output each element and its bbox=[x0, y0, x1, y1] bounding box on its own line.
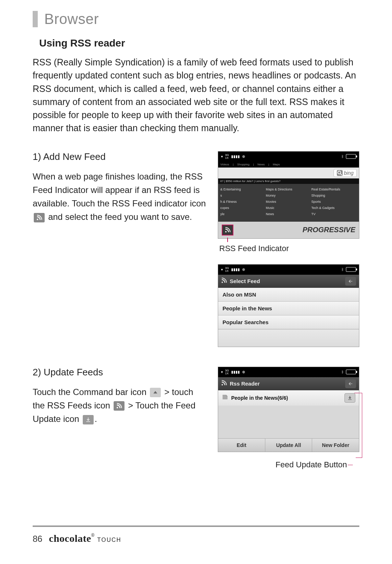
bluetooth-icon: ᛒ bbox=[342, 370, 344, 374]
search-icon bbox=[337, 170, 343, 176]
callout-line bbox=[356, 458, 362, 458]
update-all-button[interactable]: Update All bbox=[265, 439, 313, 452]
section-title: Browser bbox=[44, 11, 359, 27]
subsection-title: Using RSS reader bbox=[39, 37, 359, 49]
callout-line bbox=[354, 393, 362, 393]
cat-link[interactable]: Sports bbox=[311, 200, 357, 204]
back-button[interactable] bbox=[345, 379, 356, 388]
cat-link[interactable]: News bbox=[266, 212, 311, 216]
svg-rect-7 bbox=[348, 399, 351, 400]
download-icon bbox=[83, 415, 94, 424]
edit-button[interactable]: Edit bbox=[218, 439, 265, 452]
cat-link[interactable]: copes bbox=[220, 206, 266, 210]
list-item[interactable]: Popular Searches bbox=[218, 315, 359, 329]
svg-line-2 bbox=[340, 174, 342, 175]
news-ticker: it? | $550 million for Jets? | Leno's fi… bbox=[218, 178, 359, 184]
network-icon: 3G1X bbox=[225, 267, 229, 273]
list-item[interactable]: Also on MSN bbox=[218, 288, 359, 302]
status-bar: ▾ 3G1X ▮▮▮▮ ⊕ ᛒ bbox=[218, 265, 359, 275]
step2-text-a: Touch the Command bar icon bbox=[33, 387, 147, 397]
svg-point-6 bbox=[221, 384, 223, 386]
cat-link[interactable]: yle bbox=[220, 212, 266, 216]
cat-link[interactable]: Real Estate/Rentals bbox=[311, 188, 357, 191]
tab-maps[interactable]: Maps bbox=[273, 163, 280, 166]
signal-icon: ▾ bbox=[221, 267, 223, 271]
brand: chocolate® TOUCH bbox=[49, 533, 122, 544]
cat-link[interactable]: TV bbox=[311, 212, 357, 216]
feed-list: Also on MSN People in the News Popular S… bbox=[218, 288, 359, 347]
reader-bottom-bar: Edit Update All New Folder bbox=[218, 438, 359, 452]
screenshot-rss-reader: ▾ 3G1X ▮▮▮▮ ⊕ ᛒ Rss Reader bbox=[218, 367, 359, 452]
bars-icon: ▮▮▮▮ bbox=[231, 267, 240, 271]
cat-link[interactable]: Movies bbox=[266, 200, 311, 204]
select-feed-title: Select Feed bbox=[230, 278, 260, 284]
browser-bottom-bar: PROGRESSIVE bbox=[218, 222, 359, 238]
command-bar-icon bbox=[150, 388, 161, 397]
bars-icon: ▮▮▮▮ bbox=[231, 370, 240, 374]
status-bar: ▾ 3G1X ▮▮▮▮ ⊕ ᛒ bbox=[218, 152, 359, 162]
feed-update-callout: Feed Update Button bbox=[218, 460, 359, 470]
brand-main: chocolate bbox=[49, 533, 91, 544]
page-number: 86 bbox=[33, 534, 42, 544]
page-footer: 86 chocolate® TOUCH bbox=[33, 525, 359, 544]
registered-icon: ® bbox=[91, 533, 94, 538]
feed-item-label: People in the News(6/6) bbox=[231, 395, 288, 401]
category-grid: & Entertaining s h & Fitness copes yle M… bbox=[218, 184, 359, 222]
step2-title: 2) Update Feeds bbox=[33, 367, 207, 378]
rss-reader-titlebar: Rss Reader bbox=[218, 377, 359, 390]
rss-feed-indicator[interactable] bbox=[222, 225, 233, 235]
svg-point-0 bbox=[37, 218, 38, 220]
search-engine-label: bing bbox=[344, 170, 354, 176]
callout-line bbox=[362, 393, 362, 458]
browser-tabs: Videos | Shopping | News | Maps bbox=[218, 162, 359, 168]
cat-link[interactable]: s bbox=[220, 194, 266, 197]
step2-text: Touch the Command bar icon > touch the R… bbox=[33, 385, 207, 426]
cat-link[interactable]: Maps & Directions bbox=[266, 188, 311, 191]
svg-point-5 bbox=[117, 407, 118, 408]
target-icon: ⊕ bbox=[242, 154, 245, 158]
cat-link[interactable]: Shopping bbox=[311, 194, 357, 197]
rss-reader-title: Rss Reader bbox=[230, 380, 260, 387]
feed-item-row[interactable]: People in the News(6/6) bbox=[218, 390, 359, 406]
network-icon: 3G1X bbox=[225, 154, 229, 160]
rss-icon bbox=[221, 278, 227, 285]
svg-point-1 bbox=[338, 171, 340, 174]
tab-news[interactable]: News bbox=[257, 163, 265, 166]
cat-link[interactable]: & Entertaining bbox=[220, 188, 266, 191]
list-item[interactable]: People in the News bbox=[218, 302, 359, 315]
cat-link[interactable]: Money bbox=[266, 194, 311, 197]
reader-body bbox=[218, 406, 359, 438]
battery-icon bbox=[346, 154, 356, 159]
search-row: bing bbox=[218, 168, 359, 178]
search-engine-badge[interactable]: bing bbox=[334, 169, 357, 177]
empty-row bbox=[218, 329, 359, 347]
tab-videos[interactable]: Videos bbox=[220, 163, 229, 166]
svg-point-4 bbox=[221, 282, 223, 283]
brand-sub: TOUCH bbox=[97, 537, 122, 543]
battery-icon bbox=[346, 267, 356, 272]
cat-link[interactable]: Music bbox=[266, 206, 311, 210]
back-button[interactable] bbox=[345, 277, 356, 286]
step1-text-b: and select the feed you want to save. bbox=[48, 212, 192, 222]
step1-text-a: When a web page finishes loading, the RS… bbox=[33, 172, 206, 208]
new-folder-button[interactable]: New Folder bbox=[312, 439, 359, 452]
target-icon: ⊕ bbox=[242, 267, 245, 271]
battery-icon bbox=[346, 370, 356, 374]
screenshot-select-feed: ▾ 3G1X ▮▮▮▮ ⊕ ᛒ Select Feed bbox=[218, 264, 359, 347]
feed-icon bbox=[222, 394, 228, 402]
screenshot-browser: ▾ 3G1X ▮▮▮▮ ⊕ ᛒ Videos | Shopping | News… bbox=[218, 151, 359, 239]
tab-shopping[interactable]: Shopping bbox=[237, 163, 249, 166]
separator: > Touch bbox=[128, 400, 159, 410]
screenshot1-caption: RSS Feed Indicator bbox=[219, 244, 359, 253]
network-icon: 3G1X bbox=[225, 369, 229, 375]
step1-title: 1) Add New Feed bbox=[33, 151, 207, 162]
svg-point-3 bbox=[225, 231, 226, 232]
feed-update-button[interactable] bbox=[344, 393, 355, 403]
separator: > bbox=[164, 387, 170, 397]
target-icon: ⊕ bbox=[242, 370, 245, 374]
cat-link[interactable]: Tech & Gadgets bbox=[311, 206, 357, 210]
cat-link[interactable]: h & Fitness bbox=[220, 200, 266, 204]
rss-icon bbox=[114, 401, 124, 411]
bluetooth-icon: ᛒ bbox=[342, 154, 344, 158]
select-feed-titlebar: Select Feed bbox=[218, 275, 359, 288]
